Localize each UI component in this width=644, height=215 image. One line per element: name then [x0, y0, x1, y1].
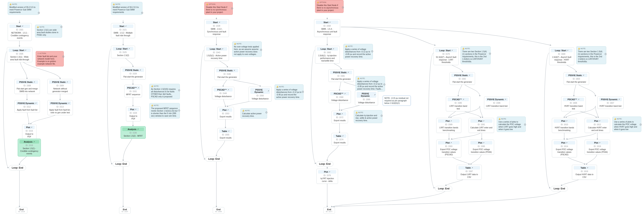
- open-icon[interactable]: ↗: [483, 120, 484, 122]
- loop-end-col2[interactable]: Loop: End: [112, 161, 130, 167]
- open-icon[interactable]: ↗: [35, 102, 36, 104]
- gear-icon[interactable]: ⚙: [60, 25, 63, 29]
- open-icon[interactable]: ↗: [566, 142, 568, 144]
- node-col5-static[interactable]: PSS®E Static↗ ID: 1582 Flat start the ge…: [450, 72, 475, 85]
- node-col1-staticB[interactable]: PSS®E Static↗ ID: 1509 Network without g…: [48, 79, 73, 94]
- gear-icon[interactable]: ⚙: [383, 83, 386, 86]
- open-icon[interactable]: ↗: [25, 49, 26, 51]
- node-col6-plotB[interactable]: Plot↗ ID: 1612 Calculate HVRT enter and …: [585, 118, 610, 133]
- gear-icon[interactable]: ⚙: [265, 111, 268, 114]
- loop-end-col3[interactable]: Loop: End: [206, 156, 222, 162]
- node-col6-dyn[interactable]: PSS®E Dynamic↗ ID: 1607 HVRT transition …: [597, 96, 624, 109]
- open-icon[interactable]: ↗: [140, 69, 141, 71]
- node-col6-plotC[interactable]: Plot↗ ID: 1614 Export POC voltage transi…: [552, 140, 577, 158]
- open-icon[interactable]: ↗: [342, 135, 344, 137]
- open-icon[interactable]: ↗: [567, 50, 568, 52]
- loop-end-col5[interactable]: Loop: End: [435, 186, 452, 191]
- gear-icon[interactable]: ⚙: [141, 11, 143, 15]
- open-icon[interactable]: ↗: [587, 167, 588, 169]
- node-col5-plotB[interactable]: Plot↗ ID: 1591 Calculate LVRT enter and …: [469, 118, 494, 133]
- node-col6-plotD[interactable]: Plot↗ ID: 1616 Export POC voltage transi…: [585, 140, 610, 155]
- end-col3[interactable]: EndID: 1556: [213, 207, 224, 214]
- loop-end-col4[interactable]: Loop: End: [316, 161, 333, 167]
- gear-icon[interactable]: ⚙: [524, 123, 526, 126]
- node-col3-loop[interactable]: Loop: Start↗ ID: 1543 1.5(3)(1) - Active…: [204, 46, 229, 61]
- open-icon[interactable]: ↗: [374, 94, 376, 96]
- node-col2-loop[interactable]: Loop: Start↗ ID: 1525 Section 1.5(2): [111, 46, 135, 58]
- node-col6-table[interactable]: Table↗ ID: 1618 Output HVRT data to CSV: [572, 165, 597, 180]
- node-col3-plot[interactable]: Plot↗ ID: 1553 Export results: [217, 107, 234, 120]
- open-icon[interactable]: ↗: [228, 89, 229, 91]
- node-col2-analysis[interactable]: Analysis↗ ID: 1536 Section 1.5(2) - MFRT: [121, 126, 146, 139]
- node-col3-pscad[interactable]: PSCAD™↗ ID: 1549 Voltage disturbance: [212, 87, 234, 99]
- node-col1-staticA[interactable]: PSS®E Static↗ ID: 1508 Flat start gen an…: [14, 79, 40, 94]
- node-col4-dyn[interactable]: PSS®E Dynamic↗ ID: 1569 Voltage disturba…: [355, 90, 378, 106]
- open-icon[interactable]: ↗: [450, 120, 452, 122]
- gear-icon[interactable]: ⚙: [260, 48, 262, 52]
- open-icon[interactable]: ↗: [125, 25, 126, 27]
- open-icon[interactable]: ↗: [228, 130, 230, 132]
- end-col4[interactable]: EndID: 1577: [323, 207, 335, 214]
- node-col3-static[interactable]: PSS®E Static↗ ID: 1546 Flat start the ge…: [214, 68, 240, 80]
- open-icon[interactable]: ↗: [566, 120, 568, 122]
- node-col5-pscad[interactable]: PSCAD™↗ ID: 1585 LVRT transition band te…: [446, 96, 470, 111]
- gear-icon[interactable]: ⚙: [489, 52, 491, 56]
- node-col5-loop[interactable]: Loop: Start↗ ID: 1579 S1.5(4)(*) - Async…: [434, 48, 458, 65]
- open-icon[interactable]: ↗: [348, 72, 349, 74]
- node-col1-dynB[interactable]: PSS®E Dynamic↗ ID: 1513 Apply fault from…: [48, 100, 73, 115]
- gear-icon[interactable]: ⚙: [62, 55, 64, 58]
- open-icon[interactable]: ↗: [599, 120, 600, 122]
- node-col5-plotA[interactable]: Plot↗ ID: 1589 LVRT transition bands ben…: [436, 118, 461, 133]
- gear-icon[interactable]: ⚙: [178, 88, 180, 92]
- node-col5-plotC[interactable]: Plot↗ ID: 1593 Export POC voltage transi…: [436, 140, 461, 158]
- open-icon[interactable]: ↗: [463, 98, 464, 100]
- node-col1-plot[interactable]: Plot↗ ID: 1516 Output to PDF: [22, 124, 36, 139]
- node-col5-dyn[interactable]: PSS®E Dynamic↗ ID: 1586 LVRT transition …: [484, 96, 510, 109]
- open-icon[interactable]: ↗: [135, 108, 136, 110]
- node-col4-static[interactable]: PSS®E Static↗ ID: 1565 Flat start the ge…: [328, 69, 354, 82]
- open-icon[interactable]: ↗: [227, 109, 229, 111]
- node-col6-loop[interactable]: Loop: Start↗ ID: 1600 1.5(4)(*) - Asynch…: [549, 48, 574, 65]
- node-col6-plotA[interactable]: Plot↗ ID: 1610 HVRT transition bands ben…: [552, 118, 577, 133]
- open-icon[interactable]: ↗: [505, 98, 506, 100]
- node-col4-start[interactable]: Start↗ ID: 1558 SMIB - 1.5.4 - Asynchron…: [314, 19, 340, 37]
- gear-icon[interactable]: ⚙: [371, 50, 374, 53]
- open-icon[interactable]: ↗: [341, 113, 343, 115]
- gear-icon[interactable]: ⚙: [302, 90, 304, 94]
- gear-icon[interactable]: ⚙: [342, 6, 344, 9]
- open-icon[interactable]: ↗: [68, 102, 70, 104]
- open-icon[interactable]: ↗: [451, 50, 453, 52]
- gear-icon[interactable]: ⚙: [38, 11, 40, 15]
- open-icon[interactable]: ↗: [583, 74, 584, 76]
- end-col1[interactable]: EndID: 1519: [16, 207, 27, 214]
- open-icon[interactable]: ↗: [578, 98, 580, 100]
- node-col2-start[interactable]: Start↗ ID: 1521 SMIB - 1.5.2 - Multiple …: [111, 23, 135, 38]
- open-icon[interactable]: ↗: [22, 25, 23, 27]
- node-col1-dynA[interactable]: PSS®E Dynamic↗ ID: 1512 Apply fault from…: [14, 100, 40, 113]
- open-icon[interactable]: ↗: [234, 70, 235, 72]
- loop-end-col6[interactable]: Loop: End: [551, 186, 568, 191]
- gear-icon[interactable]: ⚙: [604, 52, 607, 56]
- gear-icon[interactable]: ⚙: [178, 109, 180, 112]
- loop-end-col1[interactable]: Loop: End: [9, 165, 26, 170]
- open-icon[interactable]: ↗: [450, 142, 452, 144]
- open-icon[interactable]: ↗: [469, 74, 470, 76]
- node-col4-plot2[interactable]: Plot↗ ID: 1576 Iq FRT injection curve - …: [316, 169, 338, 184]
- node-col6-pscad[interactable]: PSCAD™↗ ID: 1606 HVRT transition band te…: [561, 96, 586, 111]
- open-icon[interactable]: ↗: [33, 141, 35, 143]
- node-col4-loop[interactable]: Loop: Start↗ ID: 1562 1.5(4)(1) - Iq inj…: [315, 46, 340, 64]
- node-col4-table[interactable]: Table↗ ID: 1574 Export results: [332, 133, 348, 146]
- open-icon[interactable]: ↗: [34, 81, 35, 83]
- node-col2-pscad[interactable]: PSCAD™↗ ID: 1531 MFRT sequence: [124, 85, 142, 97]
- node-col1-loop[interactable]: Loop: Start↗ ID: 1505 Section 1.5(1) - W…: [7, 47, 32, 62]
- open-icon[interactable]: ↗: [332, 48, 334, 50]
- open-icon[interactable]: ↗: [268, 90, 269, 92]
- open-icon[interactable]: ↗: [219, 22, 220, 23]
- node-col1-analysis[interactable]: Analysis↗ ID: 1518 Section 1.5(1) - Cred…: [18, 139, 41, 156]
- node-col1-start[interactable]: Start↗ ID: 1501 NETWORK - 1.5.1 - Credib…: [8, 23, 32, 41]
- open-icon[interactable]: ↗: [66, 81, 68, 83]
- node-col3-dyn[interactable]: PSS®E Dynamic↗ ID: 1550 Voltage disturba…: [248, 87, 272, 102]
- open-icon[interactable]: ↗: [483, 142, 484, 144]
- open-icon[interactable]: ↗: [138, 87, 139, 89]
- end-col2[interactable]: EndID: 1537: [119, 207, 131, 214]
